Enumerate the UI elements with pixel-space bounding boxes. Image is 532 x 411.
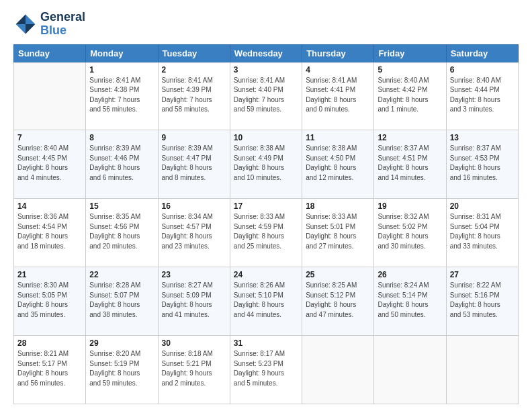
calendar-cell [302, 336, 374, 404]
day-number: 21 [17, 270, 82, 279]
calendar-cell: 16Sunrise: 8:34 AM Sunset: 4:57 PM Dayli… [158, 199, 230, 267]
day-number: 25 [306, 270, 370, 279]
day-number: 14 [17, 201, 82, 211]
calendar-header-thursday: Thursday [302, 44, 374, 62]
calendar-cell: 21Sunrise: 8:30 AM Sunset: 5:05 PM Dayli… [14, 267, 86, 336]
calendar-cell: 19Sunrise: 8:32 AM Sunset: 5:02 PM Dayli… [374, 199, 446, 267]
calendar-cell: 22Sunrise: 8:28 AM Sunset: 5:07 PM Dayli… [86, 267, 158, 336]
day-info: Sunrise: 8:41 AM Sunset: 4:40 PM Dayligh… [234, 76, 298, 115]
day-info: Sunrise: 8:34 AM Sunset: 4:57 PM Dayligh… [162, 212, 226, 251]
day-number: 18 [306, 201, 370, 211]
calendar-cell: 28Sunrise: 8:21 AM Sunset: 5:17 PM Dayli… [14, 336, 86, 404]
page: General Blue SundayMondayTuesdayWednesda… [0, 0, 532, 411]
calendar-cell: 12Sunrise: 8:37 AM Sunset: 4:51 PM Dayli… [374, 130, 446, 199]
day-info: Sunrise: 8:32 AM Sunset: 5:02 PM Dayligh… [378, 212, 442, 251]
day-number: 22 [89, 270, 154, 279]
svg-marker-1 [16, 14, 26, 24]
day-number: 8 [89, 133, 154, 142]
day-number: 15 [89, 201, 154, 211]
svg-marker-2 [16, 24, 26, 34]
calendar-cell [14, 62, 86, 130]
day-number: 7 [17, 133, 82, 142]
calendar-cell: 9Sunrise: 8:39 AM Sunset: 4:47 PM Daylig… [158, 130, 230, 199]
day-number: 13 [450, 133, 515, 142]
calendar-cell: 1Sunrise: 8:41 AM Sunset: 4:38 PM Daylig… [86, 62, 158, 130]
day-info: Sunrise: 8:41 AM Sunset: 4:39 PM Dayligh… [162, 76, 226, 115]
calendar-header-row: SundayMondayTuesdayWednesdayThursdayFrid… [14, 44, 519, 62]
logo: General Blue [13, 11, 85, 38]
day-info: Sunrise: 8:37 AM Sunset: 4:53 PM Dayligh… [450, 144, 515, 183]
calendar-cell: 3Sunrise: 8:41 AM Sunset: 4:40 PM Daylig… [230, 62, 302, 130]
day-info: Sunrise: 8:39 AM Sunset: 4:46 PM Dayligh… [89, 144, 154, 183]
day-info: Sunrise: 8:21 AM Sunset: 5:17 PM Dayligh… [17, 349, 82, 388]
day-number: 11 [306, 133, 370, 142]
day-number: 19 [378, 201, 442, 211]
day-number: 23 [162, 270, 226, 279]
calendar-header-monday: Monday [86, 44, 158, 62]
calendar-cell: 20Sunrise: 8:31 AM Sunset: 5:04 PM Dayli… [446, 199, 518, 267]
day-info: Sunrise: 8:41 AM Sunset: 4:41 PM Dayligh… [306, 76, 370, 115]
day-info: Sunrise: 8:33 AM Sunset: 4:59 PM Dayligh… [234, 212, 298, 251]
day-info: Sunrise: 8:38 AM Sunset: 4:49 PM Dayligh… [234, 144, 298, 183]
calendar-cell: 6Sunrise: 8:40 AM Sunset: 4:44 PM Daylig… [446, 62, 518, 130]
logo-icon [13, 12, 38, 36]
day-number: 4 [306, 65, 370, 75]
day-number: 27 [450, 270, 515, 279]
calendar-header-sunday: Sunday [14, 44, 86, 62]
day-info: Sunrise: 8:17 AM Sunset: 5:23 PM Dayligh… [234, 349, 298, 388]
day-info: Sunrise: 8:40 AM Sunset: 4:44 PM Dayligh… [450, 76, 515, 115]
day-info: Sunrise: 8:33 AM Sunset: 5:01 PM Dayligh… [306, 212, 370, 251]
calendar-cell: 23Sunrise: 8:27 AM Sunset: 5:09 PM Dayli… [158, 267, 230, 336]
calendar-cell: 11Sunrise: 8:38 AM Sunset: 4:50 PM Dayli… [302, 130, 374, 199]
day-info: Sunrise: 8:20 AM Sunset: 5:19 PM Dayligh… [89, 349, 154, 388]
calendar-week-row: 21Sunrise: 8:30 AM Sunset: 5:05 PM Dayli… [14, 267, 519, 336]
day-number: 1 [89, 65, 154, 75]
calendar-cell: 29Sunrise: 8:20 AM Sunset: 5:19 PM Dayli… [86, 336, 158, 404]
calendar-cell: 14Sunrise: 8:36 AM Sunset: 4:54 PM Dayli… [14, 199, 86, 267]
calendar-header-wednesday: Wednesday [230, 44, 302, 62]
calendar-header-tuesday: Tuesday [158, 44, 230, 62]
calendar-cell: 26Sunrise: 8:24 AM Sunset: 5:14 PM Dayli… [374, 267, 446, 336]
day-number: 6 [450, 65, 515, 75]
day-info: Sunrise: 8:37 AM Sunset: 4:51 PM Dayligh… [378, 144, 442, 183]
day-info: Sunrise: 8:28 AM Sunset: 5:07 PM Dayligh… [89, 281, 154, 320]
day-info: Sunrise: 8:25 AM Sunset: 5:12 PM Dayligh… [306, 281, 370, 320]
day-number: 20 [450, 201, 515, 211]
calendar-cell: 25Sunrise: 8:25 AM Sunset: 5:12 PM Dayli… [302, 267, 374, 336]
day-info: Sunrise: 8:36 AM Sunset: 4:54 PM Dayligh… [17, 212, 82, 251]
calendar-week-row: 28Sunrise: 8:21 AM Sunset: 5:17 PM Dayli… [14, 336, 519, 404]
day-number: 31 [234, 338, 298, 348]
day-number: 16 [162, 201, 226, 211]
day-number: 2 [162, 65, 226, 75]
calendar-cell: 5Sunrise: 8:40 AM Sunset: 4:42 PM Daylig… [374, 62, 446, 130]
day-number: 26 [378, 270, 442, 279]
day-info: Sunrise: 8:40 AM Sunset: 4:45 PM Dayligh… [17, 144, 82, 183]
svg-marker-0 [26, 14, 35, 24]
calendar-cell: 7Sunrise: 8:40 AM Sunset: 4:45 PM Daylig… [14, 130, 86, 199]
calendar-table: SundayMondayTuesdayWednesdayThursdayFrid… [13, 44, 519, 404]
calendar-cell: 30Sunrise: 8:18 AM Sunset: 5:21 PM Dayli… [158, 336, 230, 404]
day-info: Sunrise: 8:31 AM Sunset: 5:04 PM Dayligh… [450, 212, 515, 251]
day-number: 9 [162, 133, 226, 142]
calendar-week-row: 14Sunrise: 8:36 AM Sunset: 4:54 PM Dayli… [14, 199, 519, 267]
calendar-week-row: 7Sunrise: 8:40 AM Sunset: 4:45 PM Daylig… [14, 130, 519, 199]
calendar-cell [374, 336, 446, 404]
calendar-cell: 4Sunrise: 8:41 AM Sunset: 4:41 PM Daylig… [302, 62, 374, 130]
svg-marker-3 [26, 24, 35, 34]
calendar-cell: 8Sunrise: 8:39 AM Sunset: 4:46 PM Daylig… [86, 130, 158, 199]
calendar-cell: 27Sunrise: 8:22 AM Sunset: 5:16 PM Dayli… [446, 267, 518, 336]
calendar-cell: 18Sunrise: 8:33 AM Sunset: 5:01 PM Dayli… [302, 199, 374, 267]
calendar-cell: 13Sunrise: 8:37 AM Sunset: 4:53 PM Dayli… [446, 130, 518, 199]
calendar-cell: 2Sunrise: 8:41 AM Sunset: 4:39 PM Daylig… [158, 62, 230, 130]
day-info: Sunrise: 8:35 AM Sunset: 4:56 PM Dayligh… [89, 212, 154, 251]
day-info: Sunrise: 8:39 AM Sunset: 4:47 PM Dayligh… [162, 144, 226, 183]
header: General Blue [13, 11, 519, 38]
day-number: 10 [234, 133, 298, 142]
day-number: 28 [17, 338, 82, 348]
calendar-cell: 10Sunrise: 8:38 AM Sunset: 4:49 PM Dayli… [230, 130, 302, 199]
calendar-week-row: 1Sunrise: 8:41 AM Sunset: 4:38 PM Daylig… [14, 62, 519, 130]
day-info: Sunrise: 8:30 AM Sunset: 5:05 PM Dayligh… [17, 281, 82, 320]
day-info: Sunrise: 8:38 AM Sunset: 4:50 PM Dayligh… [306, 144, 370, 183]
logo-text: General Blue [40, 11, 85, 38]
day-number: 12 [378, 133, 442, 142]
